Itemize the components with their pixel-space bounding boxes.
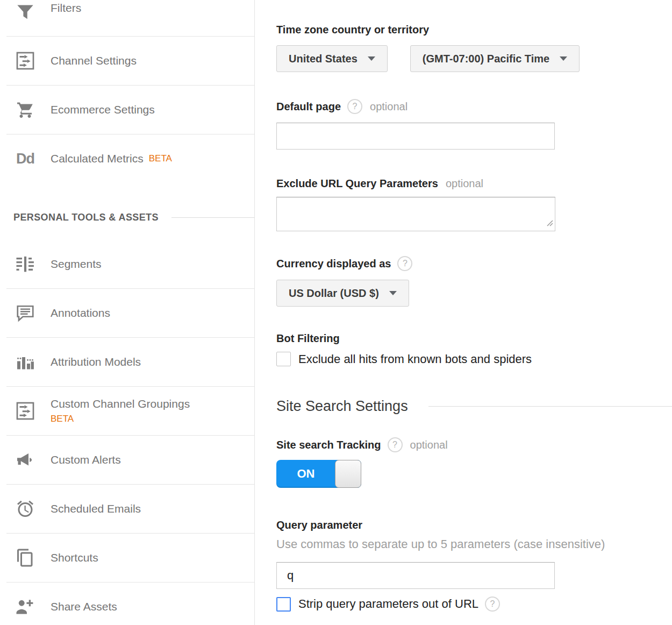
alarm-clock-icon bbox=[15, 498, 36, 520]
sidebar-item-label: Channel Settings bbox=[51, 54, 137, 67]
strip-query-row: Strip query parameters out of URL ? bbox=[276, 596, 672, 612]
country-select[interactable]: United States bbox=[276, 45, 388, 72]
timezone-select-value: (GMT-07:00) Pacific Time bbox=[423, 53, 549, 65]
megaphone-icon bbox=[15, 449, 36, 471]
sidebar-item-label: Custom Channel Groupings bbox=[51, 397, 190, 410]
sidebar-item-shortcuts[interactable]: Shortcuts bbox=[0, 534, 254, 582]
strip-query-checkbox-label: Strip query parameters out of URL bbox=[298, 597, 478, 611]
site-search-section-heading: Site Search Settings bbox=[276, 396, 672, 416]
query-parameter-label: Query parameter bbox=[276, 518, 672, 532]
strip-query-checkbox[interactable] bbox=[276, 597, 291, 612]
bot-filtering-row: Exclude all hits from known bots and spi… bbox=[276, 352, 672, 366]
exclude-params-label: Exclude URL Query Parameters optional bbox=[276, 176, 672, 190]
default-page-input[interactable] bbox=[276, 123, 555, 150]
sidebar-item-channel-settings[interactable]: Channel Settings bbox=[0, 37, 254, 85]
resize-handle-icon[interactable] bbox=[546, 219, 553, 229]
sidebar-item-calculated-metrics[interactable]: Dd Calculated Metrics BETA bbox=[0, 134, 254, 183]
channel-groupings-icon bbox=[15, 400, 36, 422]
section-rule bbox=[428, 406, 672, 407]
sidebar-item-label: Calculated Metrics bbox=[51, 152, 144, 165]
toggle-knob[interactable] bbox=[335, 460, 361, 488]
sidebar-item-segments[interactable]: Segments bbox=[0, 240, 254, 288]
annotation-bubble-icon bbox=[15, 302, 36, 324]
analytics-view-settings-page: Filters Channel Settings Ecommerce Setti… bbox=[0, 0, 672, 625]
timezone-select[interactable]: (GMT-07:00) Pacific Time bbox=[410, 45, 580, 72]
bot-filtering-label: Bot Filtering bbox=[276, 331, 672, 345]
timezone-controls: United States (GMT-07:00) Pacific Time bbox=[276, 45, 672, 72]
default-page-label: Default page ? optional bbox=[276, 99, 672, 114]
optional-tag: optional bbox=[410, 438, 448, 452]
exclude-params-textarea[interactable] bbox=[276, 197, 555, 231]
sidebar-item-filters[interactable]: Filters bbox=[0, 0, 254, 36]
help-icon[interactable]: ? bbox=[485, 596, 500, 612]
beta-badge: BETA bbox=[149, 153, 172, 164]
bot-filtering-checkbox[interactable] bbox=[276, 352, 291, 366]
help-icon[interactable]: ? bbox=[388, 437, 403, 452]
sidebar-item-ecommerce-settings[interactable]: Ecommerce Settings bbox=[0, 86, 254, 134]
beta-badge: BETA bbox=[51, 414, 190, 424]
sidebar-item-label: Share Assets bbox=[51, 600, 117, 613]
sidebar-item-label: Ecommerce Settings bbox=[51, 103, 155, 116]
help-icon[interactable]: ? bbox=[347, 99, 362, 114]
shopping-cart-icon bbox=[15, 99, 36, 120]
country-select-value: United States bbox=[289, 53, 358, 65]
site-search-toggle[interactable]: ON bbox=[276, 460, 361, 488]
currency-label: Currency displayed as ? bbox=[276, 256, 672, 271]
sidebar-item-scheduled-emails[interactable]: Scheduled Emails bbox=[0, 485, 254, 533]
pages-icon bbox=[15, 547, 36, 569]
sidebar-item-attribution-models[interactable]: Attribution Models bbox=[0, 338, 254, 386]
sidebar-item-label: Filters bbox=[51, 2, 81, 15]
timezone-label: Time zone country or territory bbox=[276, 23, 672, 37]
help-icon[interactable]: ? bbox=[397, 256, 412, 271]
section-title: Site Search Settings bbox=[276, 398, 408, 415]
toggle-state-label: ON bbox=[276, 460, 335, 488]
sidebar-item-label: Scheduled Emails bbox=[51, 502, 141, 515]
optional-tag: optional bbox=[446, 176, 483, 190]
sidebar-item-label: Custom Alerts bbox=[51, 453, 121, 466]
bot-filtering-checkbox-label: Exclude all hits from known bots and spi… bbox=[298, 352, 532, 366]
optional-tag: optional bbox=[370, 100, 408, 113]
currency-select-value: US Dollar (USD $) bbox=[289, 287, 379, 300]
channel-settings-icon bbox=[15, 50, 36, 72]
sidebar-item-label: Attribution Models bbox=[51, 356, 141, 368]
site-search-tracking-label: Site search Tracking ? optional bbox=[276, 437, 672, 452]
sidebar-item-custom-channel-groupings[interactable]: Custom Channel Groupings BETA bbox=[0, 387, 254, 435]
sidebar-item-share-assets[interactable]: Share Assets bbox=[0, 583, 254, 625]
view-settings-form: Time zone country or territory United St… bbox=[255, 0, 672, 625]
segments-icon bbox=[15, 253, 36, 275]
exclude-params-field bbox=[276, 197, 555, 231]
chevron-down-icon bbox=[389, 291, 397, 295]
section-rule bbox=[171, 217, 254, 218]
sidebar-item-label: Shortcuts bbox=[51, 551, 98, 564]
filter-icon bbox=[15, 2, 36, 23]
sidebar-item-annotations[interactable]: Annotations bbox=[0, 289, 254, 337]
personal-tools-list: Segments Annotations bbox=[0, 240, 254, 625]
chevron-down-icon bbox=[560, 56, 567, 61]
query-parameter-input[interactable] bbox=[276, 562, 555, 589]
bar-chart-icon bbox=[15, 351, 36, 373]
section-title: PERSONAL TOOLS & ASSETS bbox=[13, 212, 159, 223]
sidebar-item-label: Annotations bbox=[51, 307, 110, 319]
person-add-icon bbox=[15, 596, 36, 617]
sidebar-item-custom-alerts[interactable]: Custom Alerts bbox=[0, 436, 254, 484]
query-parameter-hint: Use commas to separate up to 5 parameter… bbox=[276, 537, 672, 551]
calculated-metrics-icon: Dd bbox=[15, 148, 36, 169]
sidebar-section-personal-tools: PERSONAL TOOLS & ASSETS bbox=[13, 211, 254, 224]
admin-sidebar: Filters Channel Settings Ecommerce Setti… bbox=[0, 0, 255, 625]
currency-select[interactable]: US Dollar (USD $) bbox=[276, 280, 409, 307]
sidebar-item-label: Segments bbox=[51, 258, 102, 271]
chevron-down-icon bbox=[368, 56, 375, 61]
